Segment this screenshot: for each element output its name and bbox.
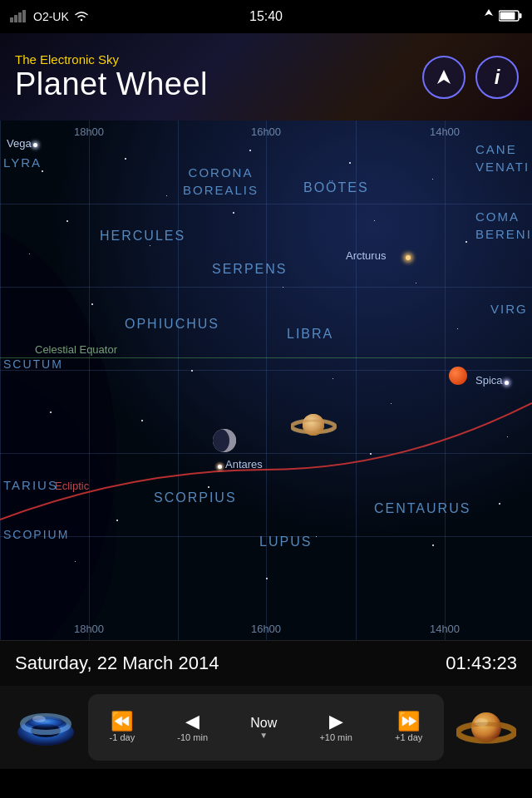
step-fwd-icon: ▶: [329, 712, 343, 731]
grid-v-3: [266, 121, 267, 640]
nav-button[interactable]: [422, 56, 466, 99]
svg-point-11: [0, 370, 116, 640]
svg-marker-7: [437, 70, 451, 84]
header: The Electronic Sky Planet Wheel i: [0, 33, 532, 121]
const-bootes: BOÖTES: [303, 180, 369, 195]
star-16: [332, 378, 333, 379]
const-coma: COMABERENIC: [475, 208, 532, 243]
grid-v-4: [356, 121, 357, 640]
star-7: [66, 220, 68, 222]
step-fwd-label: +10 min: [319, 732, 352, 742]
const-virgo: VIRG: [490, 302, 528, 316]
mars-planet: [449, 367, 467, 385]
const-scutum: SCUTUM: [3, 357, 63, 371]
header-buttons: i: [422, 56, 519, 99]
now-button[interactable]: Now ▼: [250, 716, 277, 740]
celestial-equator-label: Celestial Equator: [35, 343, 117, 356]
celestial-equator-line: [0, 357, 532, 358]
star-13: [91, 303, 93, 305]
status-right: [484, 9, 522, 25]
star-1: [42, 170, 43, 172]
skip-fwd-label: +1 day: [395, 732, 422, 742]
carrier-label: O2-UK: [33, 10, 69, 23]
svg-rect-2: [18, 12, 22, 22]
svg-point-24: [32, 716, 46, 722]
star-15: [191, 370, 193, 372]
skip-fwd-button[interactable]: ⏩ +1 day: [395, 712, 422, 742]
svg-point-15: [212, 429, 229, 452]
step-back-icon: ◀: [185, 712, 200, 731]
step-back-button[interactable]: ◀ -10 min: [177, 712, 208, 742]
const-hercules: HERCULES: [100, 229, 185, 244]
torus-logo-left[interactable]: [8, 694, 83, 761]
star-24: [499, 503, 500, 505]
moon-planet: [212, 428, 237, 453]
skip-back-icon: ⏪: [111, 712, 133, 731]
controls-center: ⏪ -1 day ◀ -10 min Now ▼ ▶ +10 min ⏩ +1 …: [88, 694, 444, 761]
star-antares-dot: [218, 465, 222, 469]
star-25: [29, 254, 30, 254]
star-18: [141, 420, 143, 421]
star-8: [150, 245, 150, 246]
hour-label-16h-top: 16h00: [251, 126, 281, 138]
star-2: [125, 158, 126, 160]
skip-back-button[interactable]: ⏪ -1 day: [110, 712, 135, 742]
star-11: [466, 241, 467, 243]
info-icon: i: [495, 66, 500, 89]
info-bar: Saturday, 22 March 2014 01:43:23: [0, 640, 532, 686]
star-21: [316, 536, 317, 537]
status-bar: O2-UK 15:40: [0, 0, 532, 33]
star-spica-dot: [505, 381, 509, 385]
const-cane: CANEVENATI: [475, 140, 530, 175]
star-antares-label: Antares: [225, 458, 263, 470]
wifi-icon: [74, 10, 89, 24]
star-27: [370, 453, 372, 455]
star-12: [283, 287, 283, 288]
hour-label-14h-bottom: 14h00: [430, 623, 460, 635]
const-scorpius: SCORPIUS: [154, 490, 237, 505]
star-3: [166, 195, 167, 196]
star-5: [349, 162, 351, 164]
const-ophiuchus: OPHIUCHUS: [125, 317, 219, 332]
battery-icon: [499, 10, 522, 24]
star-26: [266, 578, 268, 579]
controls-bar: ⏪ -1 day ◀ -10 min Now ▼ ▶ +10 min ⏩ +1 …: [0, 686, 532, 769]
star-14: [416, 283, 416, 283]
status-time: 15:40: [249, 9, 283, 24]
now-label: Now: [250, 716, 277, 731]
const-libra: LIBRA: [287, 327, 333, 342]
grid-v-0: [0, 121, 1, 640]
saturn-planet: [291, 410, 337, 442]
svg-point-26: [471, 712, 501, 742]
status-left: O2-UK: [10, 9, 89, 25]
star-28: [507, 436, 508, 437]
const-telescopium: SCOPIUM: [3, 528, 69, 541]
hour-label-18h-top: 18h00: [74, 126, 104, 138]
saturn-logo-right[interactable]: [449, 694, 524, 761]
star-spica-label: Spica: [475, 374, 503, 387]
step-fwd-button[interactable]: ▶ +10 min: [319, 712, 352, 742]
const-centaurus: CENTAURUS: [374, 501, 470, 516]
star-29: [208, 486, 209, 488]
const-serpens: SERPENS: [212, 262, 287, 277]
location-icon: [484, 9, 494, 25]
svg-point-28: [475, 718, 488, 727]
signal-bars: [10, 9, 28, 25]
svg-rect-0: [10, 17, 13, 22]
star-vega-label: Vega: [7, 137, 32, 150]
date-display: Saturday, 22 March 2014: [15, 653, 219, 674]
svg-rect-3: [22, 10, 26, 22]
hour-label-18h-bottom: 18h00: [74, 623, 104, 635]
info-button[interactable]: i: [475, 56, 519, 99]
star-22: [432, 544, 434, 546]
star-10: [374, 220, 375, 221]
star-arcturus-label: Arcturus: [346, 249, 386, 262]
now-arrow-icon: ▼: [259, 731, 268, 740]
const-lupus: LUPUS: [259, 534, 312, 549]
svg-rect-1: [14, 15, 17, 22]
star-30: [457, 328, 458, 329]
star-9: [233, 212, 234, 214]
sky-map[interactable]: 18h00 16h00 14h00 18h00 16h00 14h00 LYRA…: [0, 121, 532, 640]
grid-v-5: [445, 121, 446, 640]
hour-label-14h-top: 14h00: [430, 126, 460, 138]
